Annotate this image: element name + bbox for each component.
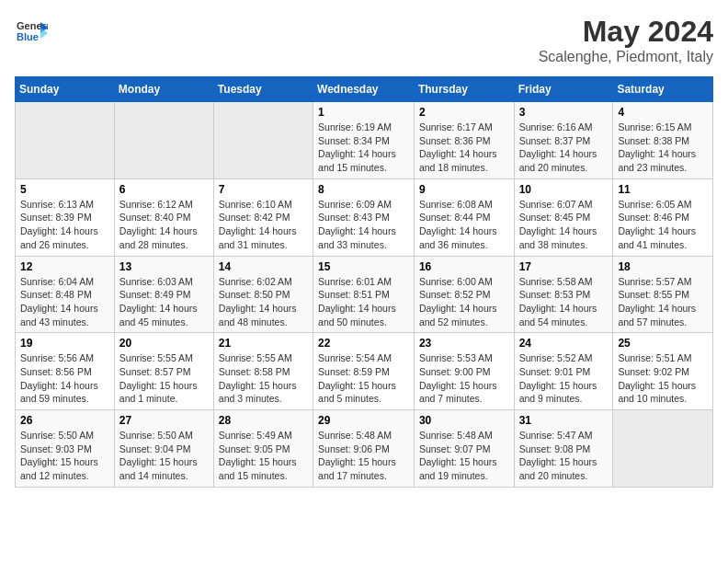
week-row-3: 12Sunrise: 6:04 AMSunset: 8:48 PMDayligh… — [16, 256, 713, 333]
calendar-cell: 3Sunrise: 6:16 AMSunset: 8:37 PMDaylight… — [514, 102, 613, 179]
day-info: Sunrise: 5:51 AMSunset: 9:02 PMDaylight:… — [618, 351, 708, 406]
calendar-cell: 16Sunrise: 6:00 AMSunset: 8:52 PMDayligh… — [414, 256, 514, 333]
day-number: 20 — [119, 337, 209, 350]
day-info: Sunrise: 5:50 AMSunset: 9:04 PMDaylight:… — [119, 429, 209, 483]
day-info: Sunrise: 5:54 AMSunset: 8:59 PMDaylight:… — [318, 351, 409, 406]
day-number: 12 — [20, 260, 109, 273]
header-tuesday: Tuesday — [213, 77, 313, 102]
calendar-cell: 14Sunrise: 6:02 AMSunset: 8:50 PMDayligh… — [213, 256, 313, 333]
day-info: Sunrise: 6:02 AMSunset: 8:50 PMDaylight:… — [219, 275, 308, 329]
day-info: Sunrise: 5:52 AMSunset: 9:01 PMDaylight:… — [519, 351, 609, 406]
day-info: Sunrise: 6:04 AMSunset: 8:48 PMDaylight:… — [20, 275, 109, 329]
day-number: 21 — [219, 337, 308, 350]
day-number: 10 — [519, 183, 609, 196]
header-friday: Friday — [514, 77, 613, 102]
day-info: Sunrise: 6:05 AMSunset: 8:46 PMDaylight:… — [618, 198, 708, 252]
day-number: 5 — [20, 183, 109, 196]
day-info: Sunrise: 5:55 AMSunset: 8:57 PMDaylight:… — [119, 351, 209, 406]
day-info: Sunrise: 5:48 AMSunset: 9:07 PMDaylight:… — [419, 429, 509, 483]
day-number: 23 — [419, 337, 509, 350]
calendar-cell: 1Sunrise: 6:19 AMSunset: 8:34 PMDaylight… — [313, 102, 415, 179]
header-sunday: Sunday — [16, 77, 115, 102]
day-info: Sunrise: 6:17 AMSunset: 8:36 PMDaylight:… — [419, 121, 509, 175]
day-info: Sunrise: 6:13 AMSunset: 8:39 PMDaylight:… — [20, 198, 109, 252]
day-number: 8 — [318, 183, 409, 196]
calendar-cell: 10Sunrise: 6:07 AMSunset: 8:45 PMDayligh… — [514, 178, 613, 256]
week-row-4: 19Sunrise: 5:56 AMSunset: 8:56 PMDayligh… — [16, 333, 713, 410]
day-info: Sunrise: 5:55 AMSunset: 8:58 PMDaylight:… — [219, 351, 308, 406]
calendar-cell: 15Sunrise: 6:01 AMSunset: 8:51 PMDayligh… — [313, 256, 415, 333]
day-info: Sunrise: 5:47 AMSunset: 9:08 PMDaylight:… — [519, 429, 609, 483]
calendar-cell: 12Sunrise: 6:04 AMSunset: 8:48 PMDayligh… — [16, 256, 115, 333]
day-info: Sunrise: 6:09 AMSunset: 8:43 PMDaylight:… — [318, 198, 409, 252]
day-info: Sunrise: 6:15 AMSunset: 8:38 PMDaylight:… — [618, 121, 708, 175]
calendar-cell: 2Sunrise: 6:17 AMSunset: 8:36 PMDaylight… — [414, 102, 514, 179]
day-info: Sunrise: 5:56 AMSunset: 8:56 PMDaylight:… — [20, 351, 109, 406]
day-number: 16 — [419, 260, 509, 273]
calendar-cell: 27Sunrise: 5:50 AMSunset: 9:04 PMDayligh… — [114, 410, 213, 488]
day-info: Sunrise: 6:12 AMSunset: 8:40 PMDaylight:… — [119, 198, 209, 252]
day-number: 6 — [119, 183, 209, 196]
day-info: Sunrise: 5:50 AMSunset: 9:03 PMDaylight:… — [20, 429, 109, 483]
calendar-cell: 21Sunrise: 5:55 AMSunset: 8:58 PMDayligh… — [213, 333, 313, 410]
day-number: 28 — [219, 414, 308, 427]
day-info: Sunrise: 5:58 AMSunset: 8:53 PMDaylight:… — [519, 275, 609, 329]
day-number: 22 — [318, 337, 409, 350]
calendar-cell — [613, 410, 713, 488]
calendar-cell: 6Sunrise: 6:12 AMSunset: 8:40 PMDaylight… — [114, 178, 213, 256]
header-saturday: Saturday — [613, 77, 713, 102]
calendar-cell: 28Sunrise: 5:49 AMSunset: 9:05 PMDayligh… — [213, 410, 313, 488]
calendar-cell: 25Sunrise: 5:51 AMSunset: 9:02 PMDayligh… — [613, 333, 713, 410]
day-number: 1 — [318, 106, 409, 119]
day-number: 15 — [318, 260, 409, 273]
day-info: Sunrise: 6:10 AMSunset: 8:42 PMDaylight:… — [219, 198, 308, 252]
logo-icon: General Blue — [15, 15, 48, 48]
day-number: 26 — [20, 414, 109, 427]
day-number: 14 — [219, 260, 308, 273]
day-info: Sunrise: 5:57 AMSunset: 8:55 PMDaylight:… — [618, 275, 708, 329]
page-header: General Blue May 2024 Scalenghe, Piedmon… — [15, 15, 713, 65]
calendar-cell: 20Sunrise: 5:55 AMSunset: 8:57 PMDayligh… — [114, 333, 213, 410]
day-number: 19 — [20, 337, 109, 350]
calendar-cell: 7Sunrise: 6:10 AMSunset: 8:42 PMDaylight… — [213, 178, 313, 256]
calendar-cell: 23Sunrise: 5:53 AMSunset: 9:00 PMDayligh… — [414, 333, 514, 410]
day-number: 24 — [519, 337, 609, 350]
calendar-header-row: SundayMondayTuesdayWednesdayThursdayFrid… — [16, 77, 713, 102]
calendar-cell — [16, 102, 115, 179]
header-wednesday: Wednesday — [313, 77, 415, 102]
day-number: 3 — [519, 106, 609, 119]
calendar-cell: 24Sunrise: 5:52 AMSunset: 9:01 PMDayligh… — [514, 333, 613, 410]
title-block: May 2024 Scalenghe, Piedmont, Italy — [539, 15, 713, 65]
calendar-cell — [114, 102, 213, 179]
sub-title: Scalenghe, Piedmont, Italy — [539, 49, 713, 65]
header-thursday: Thursday — [414, 77, 514, 102]
day-number: 29 — [318, 414, 409, 427]
day-number: 31 — [519, 414, 609, 427]
day-number: 13 — [119, 260, 209, 273]
week-row-2: 5Sunrise: 6:13 AMSunset: 8:39 PMDaylight… — [16, 178, 713, 256]
day-info: Sunrise: 6:00 AMSunset: 8:52 PMDaylight:… — [419, 275, 509, 329]
day-info: Sunrise: 6:01 AMSunset: 8:51 PMDaylight:… — [318, 275, 409, 329]
calendar-cell: 11Sunrise: 6:05 AMSunset: 8:46 PMDayligh… — [613, 178, 713, 256]
day-info: Sunrise: 5:49 AMSunset: 9:05 PMDaylight:… — [219, 429, 308, 483]
day-info: Sunrise: 5:48 AMSunset: 9:06 PMDaylight:… — [318, 429, 409, 483]
day-number: 7 — [219, 183, 308, 196]
day-info: Sunrise: 5:53 AMSunset: 9:00 PMDaylight:… — [419, 351, 509, 406]
svg-text:Blue: Blue — [17, 31, 39, 42]
day-number: 30 — [419, 414, 509, 427]
day-info: Sunrise: 6:03 AMSunset: 8:49 PMDaylight:… — [119, 275, 209, 329]
main-title: May 2024 — [539, 15, 713, 49]
calendar-cell: 4Sunrise: 6:15 AMSunset: 8:38 PMDaylight… — [613, 102, 713, 179]
calendar-table: SundayMondayTuesdayWednesdayThursdayFrid… — [15, 76, 713, 488]
calendar-cell: 9Sunrise: 6:08 AMSunset: 8:44 PMDaylight… — [414, 178, 514, 256]
calendar-cell: 13Sunrise: 6:03 AMSunset: 8:49 PMDayligh… — [114, 256, 213, 333]
day-number: 27 — [119, 414, 209, 427]
day-number: 17 — [519, 260, 609, 273]
day-number: 25 — [618, 337, 708, 350]
calendar-cell: 30Sunrise: 5:48 AMSunset: 9:07 PMDayligh… — [414, 410, 514, 488]
week-row-1: 1Sunrise: 6:19 AMSunset: 8:34 PMDaylight… — [16, 102, 713, 179]
day-info: Sunrise: 6:19 AMSunset: 8:34 PMDaylight:… — [318, 121, 409, 175]
header-monday: Monday — [114, 77, 213, 102]
calendar-cell: 19Sunrise: 5:56 AMSunset: 8:56 PMDayligh… — [16, 333, 115, 410]
day-number: 11 — [618, 183, 708, 196]
